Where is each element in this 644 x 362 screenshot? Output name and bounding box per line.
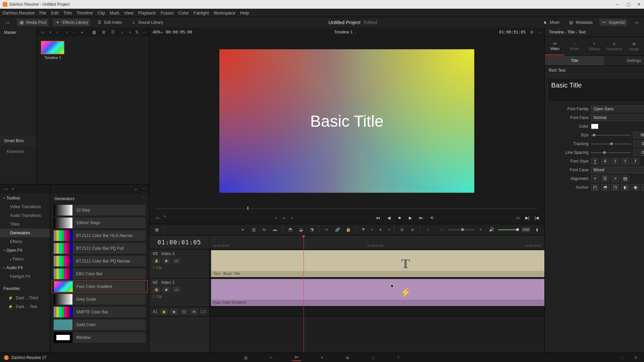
bin-list-icon[interactable]: ▭ bbox=[40, 29, 46, 36]
expand-button[interactable]: ▭ bbox=[632, 19, 641, 26]
viewer-canvas[interactable]: Basic Title bbox=[219, 49, 474, 193]
inout-dropdown[interactable] bbox=[163, 215, 166, 221]
generator-item[interactable]: Solid Color bbox=[52, 318, 148, 331]
lock-icon[interactable]: 🔒 bbox=[345, 226, 352, 233]
fairlight-page-tab[interactable]: ♫ bbox=[369, 354, 377, 361]
track-header-v3[interactable]: V3Video 3 🔒 ◉ ▭ 1 Clip bbox=[149, 249, 209, 278]
align-justify-button[interactable]: ▤ bbox=[621, 175, 629, 182]
clip-title[interactable]: T Text - Basic Title bbox=[211, 250, 544, 277]
inspector-tab-video[interactable]: ▭Video bbox=[545, 37, 565, 55]
anchor-tr-button[interactable]: ◳ bbox=[611, 184, 619, 191]
track-v3[interactable]: T Text - Basic Title bbox=[210, 249, 544, 278]
edit-page-tab[interactable]: ✄ bbox=[292, 354, 301, 361]
collapse-icon[interactable]: ⌃ bbox=[142, 196, 145, 201]
nav-fwd-icon[interactable]: › bbox=[63, 29, 70, 36]
search-icon[interactable]: ⌕ bbox=[119, 29, 126, 36]
menu-timeline[interactable]: Timeline bbox=[76, 10, 93, 15]
tracking-value[interactable]: 0 bbox=[633, 140, 644, 147]
menu-color[interactable]: Color bbox=[178, 10, 189, 15]
prev-frame-button[interactable]: ◀ bbox=[386, 215, 392, 221]
cut-page-tab[interactable]: ✂ bbox=[267, 354, 275, 361]
toolbox-video-transitions[interactable]: Video Transitions bbox=[0, 202, 50, 211]
inspector-tab-audio[interactable]: ♪Audio bbox=[565, 37, 584, 55]
dim-button[interactable]: DIM bbox=[522, 227, 530, 232]
favorites-header[interactable]: Favorites bbox=[0, 284, 50, 294]
zoom-out-icon[interactable]: − bbox=[438, 226, 445, 233]
timeline-view-options-icon[interactable]: ▦ bbox=[153, 226, 160, 233]
menu-fairlight[interactable]: Fairlight bbox=[194, 10, 209, 15]
loop-record-icon[interactable]: ● bbox=[281, 215, 287, 221]
media-pool-button[interactable]: ▦Media Pool bbox=[17, 19, 48, 26]
menu-fusion[interactable]: Fusion bbox=[161, 10, 174, 15]
bin-dropdown-icon[interactable] bbox=[49, 31, 51, 34]
timeline-thumbnail[interactable]: Timeline 1 bbox=[41, 41, 64, 60]
anchor-mr-button[interactable]: ◑ bbox=[641, 184, 644, 191]
settings-gear-icon[interactable]: ⚙ bbox=[631, 354, 640, 361]
track-lock-icon[interactable]: 🔒 bbox=[153, 287, 160, 292]
sort-icon[interactable]: ⇅ bbox=[133, 29, 140, 36]
menu-playback[interactable]: Playback bbox=[138, 10, 156, 15]
font-case-select[interactable]: Mixed⌄ bbox=[591, 167, 644, 173]
anchor-c-button[interactable]: ◉ bbox=[631, 184, 639, 191]
inspector-tab-image[interactable]: ▣Image bbox=[624, 37, 644, 55]
list-view-icon[interactable]: ☰ bbox=[110, 29, 116, 36]
menu-workspace[interactable]: Workspace bbox=[214, 10, 235, 15]
generator-item[interactable]: Grey Scale bbox=[52, 293, 148, 306]
toolbox-effects[interactable]: Effects bbox=[0, 237, 50, 246]
overwrite-clip-icon[interactable]: ⬓ bbox=[298, 226, 304, 233]
master-folder[interactable]: Master bbox=[0, 27, 37, 38]
marker-dropdown[interactable] bbox=[388, 228, 390, 231]
anchor-tc-button[interactable]: ◓ bbox=[601, 184, 609, 191]
inspector-subtab-title[interactable]: Title bbox=[545, 56, 604, 65]
search-dropdown-icon[interactable] bbox=[128, 31, 131, 34]
line-spacing-value[interactable]: 0 bbox=[633, 149, 644, 156]
favorite-item[interactable]: ⚡Dark ... Text bbox=[0, 302, 50, 311]
track-enable-icon[interactable]: ◉ bbox=[170, 309, 178, 314]
anchor-ml-button[interactable]: ◐ bbox=[621, 184, 629, 191]
menu-edit[interactable]: Edit bbox=[51, 10, 58, 15]
play-button[interactable]: ▶ bbox=[407, 215, 413, 221]
track-header-a1[interactable]: A1 🔒 ◉ S M 2.0 bbox=[149, 307, 209, 316]
timeline-ruler[interactable]: 01:00:00:00 01:00:02:00 01:00:04:00 bbox=[210, 235, 544, 249]
panel-view-icon[interactable]: ▭ bbox=[3, 186, 9, 192]
superscript-button[interactable]: T bbox=[611, 158, 619, 165]
fusion-page-tab[interactable]: ✦ bbox=[318, 354, 326, 361]
track-enable-icon[interactable]: ◉ bbox=[163, 287, 170, 292]
close-button[interactable]: ✕ bbox=[637, 2, 641, 7]
generator-item[interactable]: SMPTE Color Bar bbox=[52, 306, 148, 318]
viewer-jog-bar[interactable] bbox=[156, 205, 538, 212]
font-family-select[interactable]: Open Sans⌄ bbox=[591, 106, 644, 112]
panel-dropdown-icon[interactable] bbox=[11, 187, 14, 191]
loop-button[interactable]: ⟲ bbox=[429, 215, 435, 221]
generator-item[interactable]: EBU Color Bar bbox=[52, 267, 148, 280]
edit-index-button[interactable]: ☰Edit Index bbox=[95, 19, 124, 26]
viewer-timeline-name[interactable]: Timeline 1 bbox=[334, 30, 353, 35]
layout-button[interactable]: ▭ bbox=[3, 19, 12, 26]
next-edit-icon[interactable]: › bbox=[289, 215, 295, 221]
snap-icon[interactable]: ⧉ bbox=[398, 226, 405, 233]
track-header-v2[interactable]: V2Video 2 🔒 ◉ ▭ 1 Clip bbox=[149, 278, 209, 307]
last-frame-button[interactable]: ⏭ bbox=[418, 215, 424, 221]
toolbox-titles[interactable]: Titles bbox=[0, 220, 50, 229]
media-page-tab[interactable]: ▦ bbox=[241, 354, 250, 361]
track-view-icon[interactable]: ▭ bbox=[173, 287, 180, 292]
zoom-search-icon[interactable]: ⌕ bbox=[424, 226, 431, 233]
generator-item[interactable]: Window bbox=[52, 331, 148, 344]
inspector-button[interactable]: ✂Inspector bbox=[599, 19, 627, 26]
track-lock-icon[interactable]: 🔒 bbox=[160, 309, 168, 314]
prev-clip-icon[interactable]: |◀ bbox=[534, 215, 540, 221]
generator-item[interactable]: BT.2111 Color Bar HLG Narrow bbox=[52, 229, 148, 242]
match-frame-icon[interactable]: ▭ bbox=[515, 215, 521, 221]
size-value[interactable]: 96 bbox=[633, 132, 644, 138]
italic-button[interactable]: T bbox=[631, 158, 639, 165]
inspector-tab-effects[interactable]: ✦Effects bbox=[584, 37, 604, 55]
meter-icon[interactable]: ▮ bbox=[534, 226, 540, 233]
toolbox-fairlightfx[interactable]: Fairlight FX bbox=[0, 272, 50, 281]
menu-file[interactable]: File bbox=[39, 10, 46, 15]
record-icon[interactable]: ● bbox=[79, 29, 86, 36]
volume-icon[interactable]: 🔊 bbox=[488, 226, 495, 233]
generator-item[interactable]: BT.2111 Color Bar PQ Full bbox=[52, 242, 148, 255]
track-lock-icon[interactable]: 🔒 bbox=[153, 258, 160, 263]
blade-icon[interactable]: ✂ bbox=[323, 226, 330, 233]
underline-button[interactable]: T bbox=[591, 158, 599, 165]
